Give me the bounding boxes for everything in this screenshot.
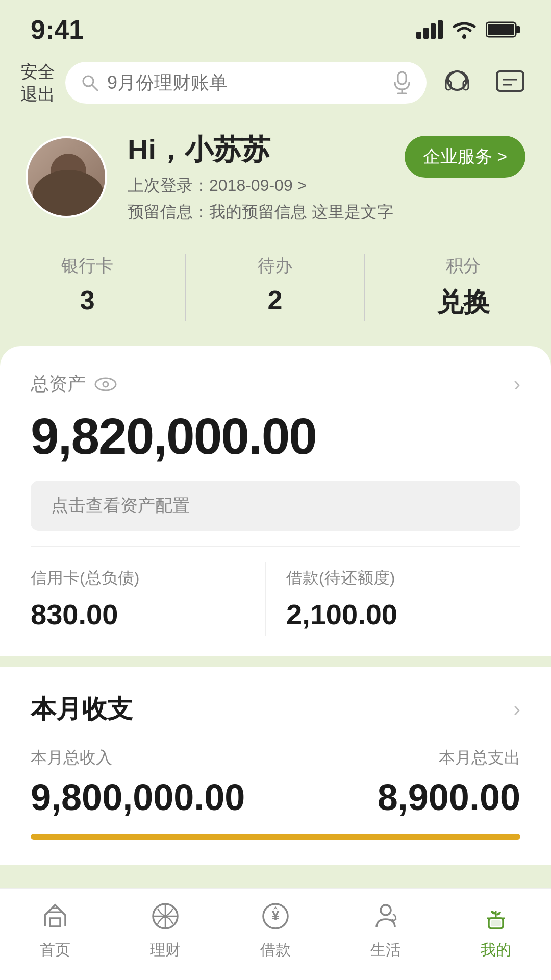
income-bar (31, 834, 520, 840)
monthly-data-row: 本月总收入 9,800,000.00 本月总支出 8,900.00 (31, 747, 520, 818)
search-input[interactable] (107, 72, 385, 93)
svg-rect-2 (431, 23, 436, 39)
points-value: 兑换 (437, 285, 490, 321)
monthly-expense: 本月总支出 8,900.00 (378, 747, 520, 818)
nav-item-life[interactable]: 生活 (331, 898, 441, 961)
pending-label: 待办 (258, 254, 292, 278)
expense-label: 本月总支出 (378, 747, 520, 769)
profile-last-login[interactable]: 上次登录：2018-09-09 > (128, 175, 525, 197)
nav-item-home[interactable]: 首页 (0, 898, 110, 961)
asset-config-button[interactable]: 点击查看资产配置 (31, 481, 520, 531)
assets-chevron[interactable]: › (514, 373, 520, 396)
top-actions (437, 62, 531, 103)
mine-icon (478, 898, 514, 935)
debt-row: 信用卡(总负债) 830.00 借款(待还额度) 2,100.00 (31, 546, 520, 636)
monthly-section: 本月收支 › 本月总收入 9,800,000.00 本月总支出 8,900.00 (0, 667, 551, 865)
svg-line-9 (92, 85, 97, 90)
bank-card-value: 3 (80, 285, 95, 315)
credit-card-label: 信用卡(总负债) (31, 567, 265, 590)
svg-point-19 (95, 378, 116, 390)
stats-row: 银行卡 3 待办 2 积分 兑换 (0, 239, 551, 346)
profile-section: Hi，小苏苏 上次登录：2018-09-09 > 预留信息：我的预留信息 这里是… (0, 115, 551, 239)
status-bar: 9:41 (0, 0, 551, 50)
svg-rect-10 (398, 72, 406, 84)
svg-rect-7 (488, 24, 514, 35)
svg-rect-0 (416, 32, 421, 39)
bottom-nav: 首页 理财 ¥ (0, 888, 551, 980)
monthly-income: 本月总收入 9,800,000.00 (31, 747, 245, 818)
svg-rect-32 (491, 920, 501, 926)
loan-icon: ¥ (257, 898, 294, 935)
home-icon (37, 898, 73, 935)
svg-text:¥: ¥ (271, 908, 280, 923)
signal-icon (416, 20, 443, 39)
wifi-icon (451, 19, 478, 40)
total-amount: 9,820,000.00 (31, 407, 520, 465)
assets-section: 总资产 › 9,820,000.00 点击查看资产配置 信用卡(总负债) 830… (0, 346, 551, 656)
svg-rect-6 (516, 26, 520, 33)
stat-points[interactable]: 积分 兑换 (437, 254, 490, 321)
monthly-title: 本月收支 (31, 692, 133, 726)
loan-debt[interactable]: 借款(待还额度) 2,100.00 (265, 562, 520, 636)
top-bar: 安全 退出 (0, 50, 551, 115)
nav-item-mine[interactable]: 我的 (441, 898, 551, 961)
safe-exit-button[interactable]: 安全 退出 (20, 60, 55, 105)
stat-bank-card[interactable]: 银行卡 3 (61, 254, 113, 321)
message-button[interactable] (490, 62, 531, 103)
assets-header: 总资产 › (31, 372, 520, 397)
eye-icon[interactable] (94, 377, 117, 392)
expense-value: 8,900.00 (378, 776, 520, 818)
content-area: 总资产 › 9,820,000.00 点击查看资产配置 信用卡(总负债) 830… (0, 346, 551, 980)
nav-life-label: 生活 (370, 940, 401, 961)
status-time: 9:41 (31, 14, 84, 45)
enterprise-button[interactable]: 企业服务 > (405, 136, 525, 178)
stat-divider-1 (185, 254, 186, 321)
svg-point-4 (462, 35, 466, 39)
nav-mine-label: 我的 (481, 940, 511, 961)
headset-button[interactable] (437, 62, 478, 103)
monthly-chevron[interactable]: › (514, 698, 520, 721)
profile-reserved: 预留信息：我的预留信息 这里是文字 (128, 201, 525, 224)
battery-icon (486, 20, 520, 39)
bank-card-label: 银行卡 (61, 254, 113, 278)
svg-rect-1 (423, 28, 429, 39)
points-label: 积分 (446, 254, 481, 278)
nav-home-label: 首页 (40, 940, 70, 961)
mic-icon[interactable] (393, 71, 411, 94)
svg-point-30 (381, 905, 391, 915)
income-value: 9,800,000.00 (31, 776, 245, 818)
loan-value: 2,100.00 (286, 598, 520, 631)
svg-point-20 (103, 382, 108, 387)
invest-icon (147, 898, 184, 935)
avatar[interactable] (26, 136, 107, 218)
credit-card-debt[interactable]: 信用卡(总负债) 830.00 (31, 562, 265, 636)
svg-rect-16 (497, 71, 523, 91)
status-icons (416, 19, 520, 40)
loan-label: 借款(待还额度) (286, 567, 520, 590)
nav-item-loan[interactable]: ¥ 借款 (220, 898, 331, 961)
income-label: 本月总收入 (31, 747, 245, 769)
nav-invest-label: 理财 (150, 940, 181, 961)
svg-rect-3 (438, 20, 443, 39)
credit-card-value: 830.00 (31, 598, 265, 631)
stat-divider-2 (364, 254, 365, 321)
expense-bar (520, 834, 520, 840)
life-icon (367, 898, 404, 935)
nav-loan-label: 借款 (260, 940, 291, 961)
assets-title: 总资产 (31, 372, 117, 397)
pending-value: 2 (268, 285, 283, 315)
monthly-progress-bar (31, 834, 520, 840)
stat-pending[interactable]: 待办 2 (258, 254, 292, 321)
svg-rect-21 (50, 918, 60, 926)
search-icon (81, 74, 99, 92)
nav-item-invest[interactable]: 理财 (110, 898, 220, 961)
search-bar[interactable] (65, 62, 427, 104)
monthly-header: 本月收支 › (31, 692, 520, 726)
